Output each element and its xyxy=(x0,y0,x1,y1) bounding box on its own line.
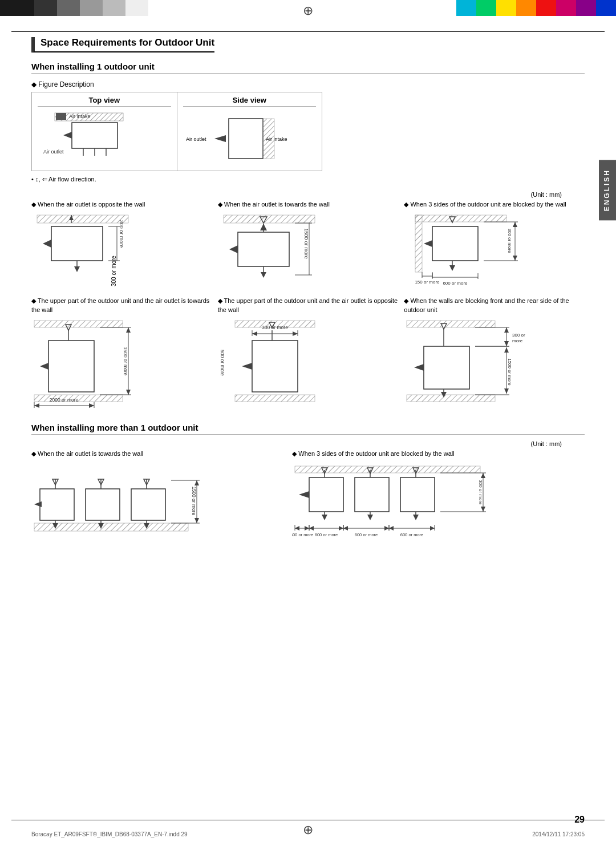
svg-marker-5 xyxy=(63,132,72,139)
svg-text:300 or more: 300 or more xyxy=(262,325,288,330)
diagrams-row-2: ◆ The upper part of the outdoor unit and… xyxy=(31,297,585,409)
svg-marker-47 xyxy=(449,265,455,271)
diagram-1-svg: 300 or more xyxy=(31,212,145,286)
english-tab: ENGLISH xyxy=(599,160,616,220)
subsection-1-title: When installing 1 outdoor unit xyxy=(31,62,585,74)
diagram-5: ◆ The upper part of the outdoor unit and… xyxy=(218,297,399,409)
view-table: Top view Air intake Air outlet xyxy=(31,92,322,171)
svg-marker-23 xyxy=(43,240,51,248)
svg-rect-17 xyxy=(37,215,128,223)
svg-marker-89 xyxy=(242,363,252,370)
svg-text:more: more xyxy=(512,338,523,343)
svg-marker-173 xyxy=(305,526,309,531)
svg-text:600 or more: 600 or more xyxy=(355,532,378,537)
svg-text:600 or more: 600 or more xyxy=(315,532,338,537)
svg-text:300 or more: 300 or more xyxy=(478,480,483,505)
svg-text:Air outlet: Air outlet xyxy=(186,136,206,142)
svg-text:1500 or more: 1500 or more xyxy=(123,347,128,376)
unit-note-1: (Unit : mm) xyxy=(31,191,562,198)
svg-rect-42 xyxy=(415,215,506,222)
svg-rect-2 xyxy=(56,113,66,120)
svg-text:300 or more: 300 or more xyxy=(119,220,124,248)
diagram-5-svg: 500 or more 300 or more xyxy=(218,318,332,409)
svg-rect-99 xyxy=(407,321,495,327)
airflow-note: • ↕, ⇐ Air flow direction. xyxy=(31,176,585,183)
footer-left: Boracay ET_AR09FSFT©_IBIM_DB68-03377A_EN… xyxy=(31,831,188,837)
svg-rect-152 xyxy=(355,477,389,512)
svg-rect-64 xyxy=(34,321,123,327)
svg-rect-85 xyxy=(235,395,315,402)
svg-text:500 or more: 500 or more xyxy=(220,350,225,376)
svg-marker-117 xyxy=(504,347,509,353)
diagram-multi-2: ◆ When 3 sides of the outdoor unit are b… xyxy=(292,450,585,548)
svg-marker-172 xyxy=(295,526,299,531)
bottom-rule xyxy=(11,820,605,820)
diagram-multi-1-label: ◆ When the air outlet is towards the wal… xyxy=(31,450,275,458)
diagram-1-meas: 300 or more xyxy=(111,252,117,286)
svg-marker-190 xyxy=(389,526,394,531)
page-number: 29 xyxy=(574,815,585,825)
svg-text:1500 or more: 1500 or more xyxy=(507,358,512,386)
svg-marker-179 xyxy=(339,526,343,531)
diagram-multi-2-svg: 300 or more 300 or more 600 or more xyxy=(292,463,503,549)
bullet-1: ◆ xyxy=(31,201,38,208)
section-title: Space Requirements for Outdoor Unit xyxy=(31,37,214,52)
footer: Boracay ET_AR09FSFT©_IBIM_DB68-03377A_EN… xyxy=(31,831,585,837)
svg-rect-122 xyxy=(40,489,74,520)
svg-marker-36 xyxy=(229,245,238,253)
svg-marker-104 xyxy=(414,364,424,371)
svg-rect-18 xyxy=(51,226,103,261)
diagram-2-svg: 1500 or more xyxy=(218,212,332,286)
svg-text:Air intake: Air intake xyxy=(266,136,287,142)
top-view-col: Top view Air intake Air outlet xyxy=(32,92,177,171)
svg-text:600 or more: 600 or more xyxy=(400,532,423,537)
top-view-svg: Air intake Air outlet xyxy=(38,110,163,167)
svg-marker-184 xyxy=(343,526,348,531)
svg-marker-185 xyxy=(384,526,389,531)
footer-right: 2014/12/11 17:23:05 xyxy=(532,831,585,837)
svg-text:2000 or more: 2000 or more xyxy=(50,397,79,403)
svg-marker-74 xyxy=(89,403,94,408)
diagram-6-label: ◆ When the walls are blocking front and … xyxy=(404,297,585,314)
svg-marker-79 xyxy=(126,327,131,333)
svg-marker-166 xyxy=(481,473,485,478)
diagrams-row-3: ◆ When the air outlet is towards the wal… xyxy=(31,450,585,548)
svg-marker-69 xyxy=(40,363,48,370)
svg-marker-13 xyxy=(214,135,226,142)
diagram-multi-1-svg: 1500 or more xyxy=(31,463,208,537)
svg-marker-151 xyxy=(322,515,327,520)
diagram-3-label: ◆ When 3 sides of the outdoor unit are b… xyxy=(404,200,585,209)
svg-marker-162 xyxy=(299,491,309,498)
svg-marker-52 xyxy=(513,222,517,227)
svg-marker-95 xyxy=(293,331,298,336)
svg-marker-35 xyxy=(261,272,266,278)
diagram-6-svg: 300 or more 1500 or more xyxy=(404,318,529,409)
svg-rect-29 xyxy=(224,215,315,223)
svg-marker-94 xyxy=(252,331,257,336)
svg-marker-111 xyxy=(504,341,509,346)
svg-text:Air intake: Air intake xyxy=(69,114,91,119)
diagram-4-svg: 2000 or more 1500 or more xyxy=(31,318,145,409)
svg-rect-44 xyxy=(432,226,478,261)
svg-marker-161 xyxy=(413,515,419,520)
svg-text:1500 or more: 1500 or more xyxy=(191,486,197,515)
diagram-6: ◆ When the walls are blocking front and … xyxy=(404,297,585,409)
svg-marker-48 xyxy=(424,240,432,247)
diagram-multi-1: ◆ When the air outlet is towards the wal… xyxy=(31,450,275,537)
svg-text:Air outlet: Air outlet xyxy=(43,149,64,155)
svg-marker-141 xyxy=(194,480,199,485)
top-view-header: Top view xyxy=(38,96,171,107)
svg-marker-73 xyxy=(34,403,39,408)
svg-marker-142 xyxy=(194,518,199,523)
svg-text:300 or more: 300 or more xyxy=(292,532,313,537)
svg-text:300 or more: 300 or more xyxy=(507,229,512,254)
diagram-4-label: ◆ The upper part of the outdoor unit and… xyxy=(31,297,212,314)
svg-rect-11 xyxy=(229,119,263,159)
svg-marker-80 xyxy=(126,390,131,395)
svg-rect-100 xyxy=(407,395,495,402)
svg-marker-53 xyxy=(513,256,517,261)
svg-marker-167 xyxy=(481,507,485,512)
top-rule xyxy=(11,31,605,32)
diagram-4: ◆ The upper part of the outdoor unit and… xyxy=(31,297,212,409)
compass-top-icon: ⊕ xyxy=(303,3,313,18)
